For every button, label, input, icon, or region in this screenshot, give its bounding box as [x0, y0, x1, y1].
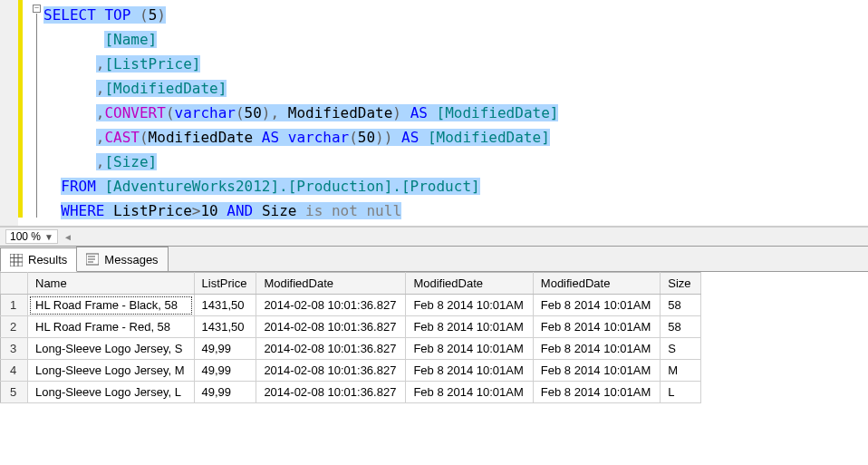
sql-editor[interactable]: SELECT TOP (5) [Name] ,[ListPrice] ,[Mod…	[0, 0, 868, 227]
top-n: 5	[149, 6, 158, 24]
col-listprice: [ListPrice]	[104, 55, 200, 73]
kw-where: WHERE	[61, 202, 104, 219]
kw-isnotnull: is not null	[305, 202, 401, 219]
col-name: [Name]	[104, 31, 157, 48]
op-gt: >	[192, 202, 201, 219]
kw-top: TOP	[104, 6, 130, 24]
svg-rect-0	[10, 254, 23, 266]
arg-modd-2: ModifiedDate	[149, 129, 254, 146]
kw-as-2: AS	[401, 129, 419, 146]
kw-varchar-2: varchar	[288, 129, 349, 146]
cell[interactable]: Feb 8 2014 10:01AM	[533, 316, 660, 338]
cell[interactable]: Feb 8 2014 10:01AM	[406, 382, 533, 403]
cell[interactable]: Feb 8 2014 10:01AM	[406, 360, 533, 382]
zoom-bar: 100 % ▼ ◄	[0, 227, 868, 247]
col-header[interactable]: ModifiedDate	[406, 273, 533, 295]
cell[interactable]: 1431,50	[194, 295, 256, 316]
vlen-1: 50	[245, 104, 262, 121]
vlen-2: 50	[358, 129, 375, 146]
table-row[interactable]: 1 HL Road Frame - Black, 58 1431,50 2014…	[1, 295, 701, 316]
editor-change-marker	[18, 0, 23, 218]
where-listprice: ListPrice	[113, 202, 192, 219]
kw-cast: CAST	[104, 129, 140, 146]
cell[interactable]: 58	[661, 295, 700, 316]
outline-collapse-icon[interactable]	[33, 5, 41, 13]
col-header[interactable]: ListPrice	[194, 273, 256, 295]
row-number[interactable]: 2	[1, 316, 28, 338]
zoom-dropdown[interactable]: 100 % ▼	[5, 229, 58, 244]
tab-messages[interactable]: Messages	[76, 247, 168, 271]
cell[interactable]: Feb 8 2014 10:01AM	[533, 338, 660, 360]
cell[interactable]: Feb 8 2014 10:01AM	[406, 316, 533, 338]
cell[interactable]: HL Road Frame - Black, 58	[28, 295, 195, 316]
kw-select: SELECT	[43, 6, 96, 24]
cell[interactable]: L	[661, 382, 700, 403]
tab-results[interactable]: Results	[0, 247, 77, 272]
row-header-blank[interactable]	[1, 273, 28, 295]
grid-icon	[10, 254, 23, 266]
cell[interactable]: Feb 8 2014 10:01AM	[533, 360, 660, 382]
kw-as-inner: AS	[262, 129, 279, 146]
cell[interactable]: Long-Sleeve Logo Jersey, S	[28, 338, 195, 360]
results-table[interactable]: Name ListPrice ModifiedDate ModifiedDate…	[0, 272, 701, 403]
cell[interactable]: 49,99	[194, 382, 256, 403]
alias-md-1: [ModifiedDate]	[437, 104, 559, 121]
messages-icon	[86, 253, 99, 266]
cell[interactable]: S	[661, 338, 700, 360]
cell[interactable]: Long-Sleeve Logo Jersey, L	[28, 382, 195, 403]
val-10: 10	[200, 202, 217, 219]
chevron-down-icon: ▼	[44, 232, 53, 242]
kw-convert: CONVERT	[104, 104, 165, 121]
cell[interactable]: 49,99	[194, 360, 256, 382]
cell[interactable]: Feb 8 2014 10:01AM	[533, 382, 660, 403]
cell[interactable]: HL Road Frame - Red, 58	[28, 316, 195, 338]
row-number[interactable]: 1	[1, 295, 28, 316]
row-number[interactable]: 5	[1, 382, 28, 403]
cell[interactable]: 2014-02-08 10:01:36.827	[256, 382, 406, 403]
col-header[interactable]: Name	[28, 273, 195, 295]
cell[interactable]: 1431,50	[194, 316, 256, 338]
cell[interactable]: Long-Sleeve Logo Jersey, M	[28, 360, 195, 382]
tab-messages-label: Messages	[104, 253, 158, 266]
arg-modd-1: ModifiedDate	[288, 104, 393, 121]
cell[interactable]: 2014-02-08 10:01:36.827	[256, 316, 406, 338]
cell[interactable]: Feb 8 2014 10:01AM	[406, 295, 533, 316]
outline-guide	[36, 14, 37, 218]
table-row[interactable]: 5 Long-Sleeve Logo Jersey, L 49,99 2014-…	[1, 382, 701, 403]
where-size: Size	[262, 202, 297, 219]
kw-from: FROM	[61, 178, 96, 195]
code-content[interactable]: SELECT TOP (5) [Name] ,[ListPrice] ,[Mod…	[0, 0, 868, 226]
col-header[interactable]: ModifiedDate	[533, 273, 660, 295]
result-tabs: Results Messages	[0, 247, 868, 272]
results-grid[interactable]: Name ListPrice ModifiedDate ModifiedDate…	[0, 272, 868, 403]
cell[interactable]: 2014-02-08 10:01:36.827	[256, 338, 406, 360]
cell[interactable]: 2014-02-08 10:01:36.827	[256, 360, 406, 382]
table-header-row: Name ListPrice ModifiedDate ModifiedDate…	[1, 273, 701, 295]
col-header[interactable]: ModifiedDate	[256, 273, 406, 295]
tab-results-label: Results	[28, 253, 67, 266]
row-number[interactable]: 4	[1, 360, 28, 382]
row-number[interactable]: 3	[1, 338, 28, 360]
scroll-left-icon[interactable]: ◄	[63, 232, 72, 242]
col-size: [Size]	[104, 153, 157, 170]
col-header[interactable]: Size	[661, 273, 700, 295]
cell[interactable]: Feb 8 2014 10:01AM	[406, 338, 533, 360]
cell[interactable]: 49,99	[194, 338, 256, 360]
table-row[interactable]: 2 HL Road Frame - Red, 58 1431,50 2014-0…	[1, 316, 701, 338]
cell[interactable]: 2014-02-08 10:01:36.827	[256, 295, 406, 316]
cell[interactable]: 58	[661, 316, 700, 338]
table-row[interactable]: 4 Long-Sleeve Logo Jersey, M 49,99 2014-…	[1, 360, 701, 382]
kw-as-1: AS	[410, 104, 428, 121]
editor-gutter	[0, 0, 18, 226]
cell[interactable]: Feb 8 2014 10:01AM	[533, 295, 660, 316]
kw-varchar-1: varchar	[175, 104, 236, 121]
col-modifieddate: [ModifiedDate]	[104, 80, 227, 97]
table-name: [AdventureWorks2012].[Production].[Produ…	[104, 178, 479, 195]
cell[interactable]: M	[661, 360, 700, 382]
alias-md-2: [ModifiedDate]	[428, 129, 550, 146]
kw-and: AND	[227, 202, 253, 219]
zoom-value: 100 %	[10, 230, 41, 243]
table-row[interactable]: 3 Long-Sleeve Logo Jersey, S 49,99 2014-…	[1, 338, 701, 360]
